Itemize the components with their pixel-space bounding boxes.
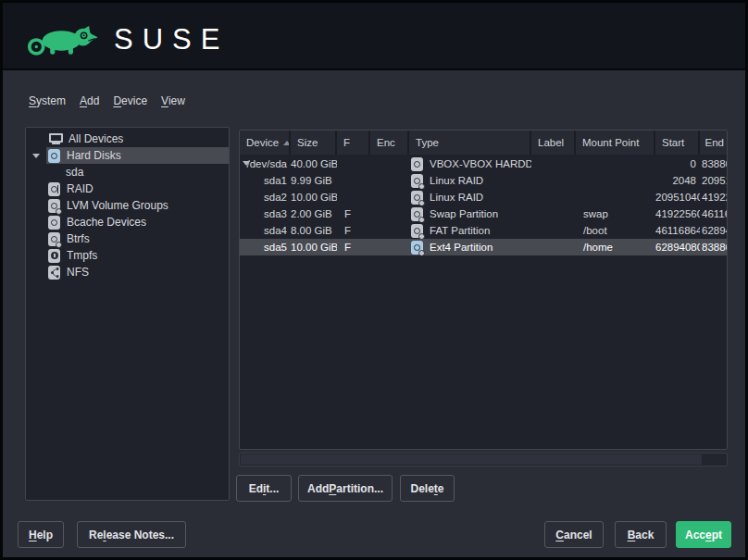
partitions-table: Device Size F Enc Type Label Mount Point… bbox=[239, 130, 728, 450]
expander-icon[interactable] bbox=[243, 161, 250, 166]
btrfs-disk-icon bbox=[48, 232, 60, 246]
sidebar-item-hard-disks[interactable]: Hard Disks bbox=[26, 147, 229, 164]
cancel-button[interactable]: Cancel bbox=[544, 521, 604, 548]
sidebar-item-bcache-devices[interactable]: Bcache Devices bbox=[26, 214, 229, 230]
table-row-sda1[interactable]: sda1 9.99 GiB Linux RAID 2048 20951039 bbox=[240, 172, 727, 189]
accept-button[interactable]: Accept bbox=[676, 521, 731, 548]
menu-view[interactable]: View bbox=[161, 94, 185, 107]
monitor-icon bbox=[48, 132, 62, 145]
yast-partitioner-window: SUSE System Add Device View All Devices … bbox=[0, 0, 748, 560]
column-header-size[interactable]: Size bbox=[291, 131, 337, 155]
sidebar-item-sda[interactable]: sda bbox=[26, 164, 229, 180]
column-header-mount-point[interactable]: Mount Point bbox=[576, 131, 655, 155]
table-row-sda5-selected[interactable]: sda5 10.00 GiB F Ext4 Partition /home 62… bbox=[240, 239, 727, 255]
scrollbar-thumb[interactable] bbox=[241, 454, 702, 465]
menu-bar: System Add Device View bbox=[29, 94, 185, 107]
sidebar-item-all-devices[interactable]: All Devices bbox=[26, 131, 229, 147]
delete-button[interactable]: Delete bbox=[400, 475, 455, 502]
suse-banner: SUSE bbox=[3, 3, 745, 70]
add-partition-button[interactable]: Add Partition... bbox=[298, 475, 393, 502]
column-header-type[interactable]: Type bbox=[409, 131, 531, 155]
column-header-end[interactable]: End bbox=[700, 131, 728, 155]
expander-icon[interactable] bbox=[32, 154, 40, 158]
partition-icon bbox=[411, 174, 423, 188]
device-tree-sidebar: All Devices Hard Disks sda RAID LVM Volu bbox=[25, 127, 230, 501]
table-row-dev-sda[interactable]: /dev/sda 40.00 GiB VBOX-VBOX HARDDISK 0 … bbox=[240, 156, 727, 172]
sort-ascending-icon bbox=[283, 141, 291, 145]
release-notes-button[interactable]: Release Notes... bbox=[77, 521, 186, 548]
menu-system[interactable]: System bbox=[29, 94, 66, 107]
share-icon bbox=[48, 266, 60, 280]
help-button[interactable]: Help bbox=[18, 521, 64, 548]
table-row-sda2[interactable]: sda2 10.00 GiB Linux RAID 20951040 41922… bbox=[240, 189, 727, 205]
sidebar-item-tmpfs[interactable]: Tmpfs bbox=[26, 247, 229, 264]
sidebar-item-btrfs[interactable]: Btrfs bbox=[26, 230, 229, 247]
column-header-label[interactable]: Label bbox=[531, 131, 576, 155]
lvm-disk-icon bbox=[48, 199, 60, 213]
hard-disk-icon bbox=[48, 149, 60, 163]
horizontal-scrollbar[interactable] bbox=[239, 453, 728, 467]
table-header-row: Device Size F Enc Type Label Mount Point… bbox=[240, 131, 727, 155]
column-header-device[interactable]: Device bbox=[240, 131, 291, 155]
clock-icon bbox=[48, 249, 60, 263]
sidebar-item-raid[interactable]: RAID bbox=[26, 180, 229, 197]
partition-icon bbox=[411, 207, 423, 221]
menu-device[interactable]: Device bbox=[113, 94, 147, 107]
sidebar-item-lvm-volume-groups[interactable]: LVM Volume Groups bbox=[26, 197, 229, 214]
menu-add[interactable]: Add bbox=[80, 94, 99, 107]
suse-logo: SUSE bbox=[27, 22, 229, 57]
disk-icon bbox=[411, 157, 423, 171]
raid-disk-icon bbox=[48, 182, 60, 196]
edit-button[interactable]: Edit... bbox=[236, 475, 292, 502]
table-row-sda4[interactable]: sda4 8.00 GiB F FAT Partition /boot 4611… bbox=[240, 222, 727, 239]
column-header-start[interactable]: Start bbox=[655, 131, 700, 155]
column-header-enc[interactable]: Enc bbox=[370, 131, 409, 155]
column-header-f[interactable]: F bbox=[337, 131, 370, 155]
table-row-sda3[interactable]: sda3 2.00 GiB F Swap Partition swap 4192… bbox=[240, 205, 727, 222]
partition-icon bbox=[411, 241, 423, 255]
chameleon-icon bbox=[27, 22, 105, 57]
back-button[interactable]: Back bbox=[615, 521, 667, 548]
sidebar-item-nfs[interactable]: NFS bbox=[26, 264, 229, 280]
partition-icon bbox=[411, 191, 423, 205]
bcache-disk-icon bbox=[48, 216, 60, 230]
brand-wordmark: SUSE bbox=[114, 22, 229, 57]
partition-icon bbox=[411, 224, 423, 238]
